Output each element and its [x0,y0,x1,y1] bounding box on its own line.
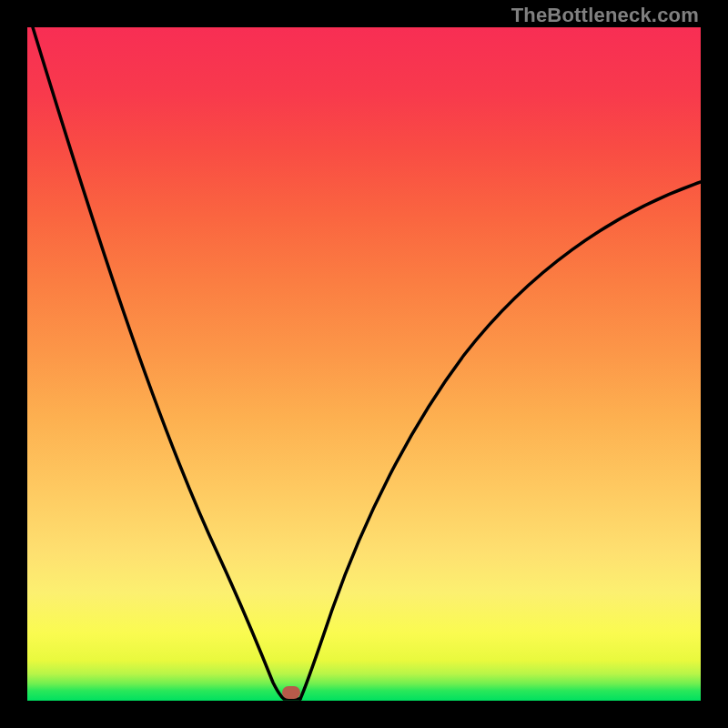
watermark-text: TheBottleneck.com [511,4,699,27]
left-curve [33,27,300,699]
chart-frame: TheBottleneck.com [0,0,728,728]
minimum-marker [282,686,300,699]
plot-area [27,27,701,701]
right-curve [300,182,701,699]
curve-svg [27,27,701,701]
